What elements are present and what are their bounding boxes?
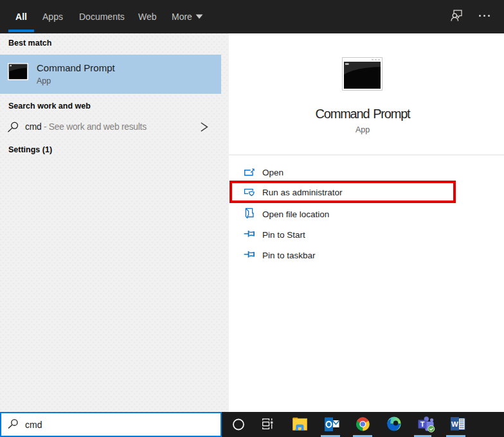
svg-text:T: T (420, 420, 425, 428)
svg-text:W: W (451, 420, 458, 428)
